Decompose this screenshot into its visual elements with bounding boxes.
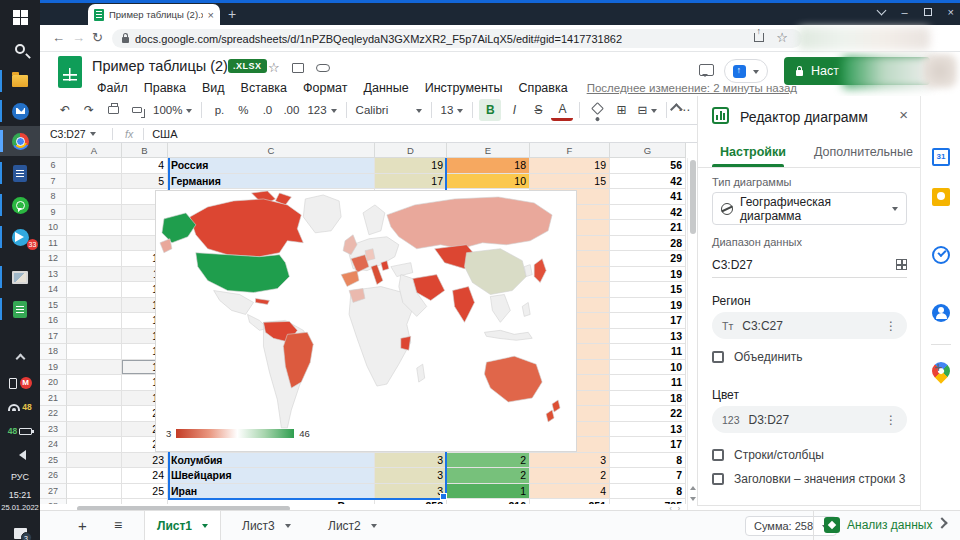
row-header-12[interactable]: 12 [40, 251, 67, 267]
cell-G9[interactable]: 42 [610, 205, 686, 221]
cell-A8[interactable] [67, 189, 122, 205]
sheet-tab-Лист1[interactable]: Лист1 [144, 511, 221, 540]
cell-G13[interactable]: 19 [610, 267, 686, 283]
merge-cells-button[interactable]: ⊟ [634, 99, 660, 121]
headers-checkbox[interactable] [712, 473, 724, 485]
cell-E27[interactable]: 1 [447, 484, 530, 500]
cell-A13[interactable] [67, 267, 122, 283]
currency-format-button[interactable]: р. [208, 99, 230, 121]
row-header-27[interactable]: 27 [40, 484, 67, 500]
cell-G26[interactable]: 7 [610, 468, 686, 484]
all-sheets-button[interactable]: ≡ [114, 517, 122, 533]
cloud-status-icon[interactable] [316, 64, 330, 72]
cell-A15[interactable] [67, 298, 122, 314]
column-header-D[interactable]: D [375, 143, 447, 158]
cell-A20[interactable] [67, 375, 122, 391]
cell-B25[interactable]: 23 [122, 453, 168, 469]
cell-E7[interactable]: 10 [447, 174, 530, 190]
row-header-18[interactable]: 18 [40, 344, 67, 360]
cell-C7[interactable]: Германия [168, 174, 375, 190]
text-color-button[interactable]: A [551, 99, 573, 121]
merge-checkbox-row[interactable]: Объединить [712, 350, 803, 364]
row-header-24[interactable]: 24 [40, 437, 67, 453]
file-explorer-button[interactable] [0, 66, 40, 96]
cell-G21[interactable]: 18 [610, 391, 686, 407]
cell-A16[interactable] [67, 313, 122, 329]
sheet-tab-caret-icon[interactable] [371, 524, 377, 531]
cell-A21[interactable] [67, 391, 122, 407]
cell-A9[interactable] [67, 205, 122, 221]
column-header-F[interactable]: F [530, 143, 610, 158]
sheet-tab-caret-icon[interactable] [202, 524, 208, 531]
cell-B6[interactable]: 4 [122, 158, 168, 174]
cell-G24[interactable]: 17 [610, 437, 686, 453]
cell-F25[interactable]: 3 [530, 453, 610, 469]
last-edit-link[interactable]: Последнее изменение: 2 минуты назад [587, 82, 797, 94]
cell-A25[interactable] [67, 453, 122, 469]
color-menu-icon[interactable]: ⋮ [885, 413, 897, 427]
font-select[interactable]: Calibri [353, 99, 425, 121]
tray-date[interactable]: 25.01.2022 [0, 500, 40, 514]
calendar-icon[interactable]: 31 [932, 148, 950, 166]
name-box[interactable]: C3:D27 [40, 128, 112, 140]
cell-F26[interactable]: 2 [530, 468, 610, 484]
cell-B26[interactable]: 24 [122, 468, 168, 484]
region-chip[interactable]: Тт C3:C27 ⋮ [712, 312, 907, 339]
star-document-icon[interactable]: ☆ [268, 60, 280, 75]
cell-A27[interactable] [67, 484, 122, 500]
cell-G22[interactable]: 22 [610, 406, 686, 422]
row-header-21[interactable]: 21 [40, 391, 67, 407]
cell-E26[interactable]: 2 [447, 468, 530, 484]
color-chip[interactable]: 123 D3:D27 ⋮ [712, 406, 907, 433]
tasks-icon[interactable] [932, 246, 950, 264]
fill-color-button[interactable] [586, 99, 608, 121]
telegram-button[interactable]: 33 [0, 222, 40, 252]
scroll-up-arrow[interactable] [688, 480, 697, 493]
cell-G8[interactable]: 41 [610, 189, 686, 205]
cell-A6[interactable] [67, 158, 122, 174]
cell-D7[interactable]: 17 [375, 174, 447, 190]
cell-A19[interactable] [67, 360, 122, 376]
add-addon-button[interactable]: + [934, 358, 943, 375]
chart-type-select[interactable]: Географическая диаграмма [712, 192, 907, 225]
menu-item-4[interactable]: Формат [296, 81, 354, 95]
explore-button[interactable]: Анализ данных [824, 517, 932, 533]
cell-C26[interactable]: Швейцария [168, 468, 375, 484]
cell-G17[interactable]: 13 [610, 329, 686, 345]
row-header-17[interactable]: 17 [40, 329, 67, 345]
cell-G6[interactable]: 56 [610, 158, 686, 174]
row-header-11[interactable]: 11 [40, 236, 67, 252]
comment-history-icon[interactable] [699, 64, 714, 76]
row-header-8[interactable]: 8 [40, 189, 67, 205]
menu-item-5[interactable]: Данные [356, 81, 415, 95]
column-header-E[interactable]: E [447, 143, 530, 158]
row-header-23[interactable]: 23 [40, 422, 67, 438]
borders-button[interactable]: ⊞ [610, 99, 632, 121]
back-button[interactable]: ← [52, 30, 65, 45]
start-button[interactable] [0, 2, 40, 32]
document-title[interactable]: Пример таблицы (2) [92, 58, 228, 74]
cell-A26[interactable] [67, 468, 122, 484]
grid-corner[interactable] [40, 143, 67, 158]
panel-close-icon[interactable]: × [899, 106, 908, 123]
number-format-button[interactable]: 123 [304, 99, 339, 121]
cell-A12[interactable] [67, 251, 122, 267]
cell-F6[interactable]: 19 [530, 158, 610, 174]
sheets-logo-icon[interactable] [58, 56, 82, 88]
cell-G23[interactable]: 13 [610, 422, 686, 438]
search-button[interactable] [0, 34, 40, 64]
menu-item-0[interactable]: Файл [90, 81, 135, 95]
row-header-16[interactable]: 16 [40, 313, 67, 329]
row-header-14[interactable]: 14 [40, 282, 67, 298]
present-button[interactable] [724, 59, 768, 83]
cell-B7[interactable]: 5 [122, 174, 168, 190]
row-header-19[interactable]: 19 [40, 360, 67, 376]
photos-app-button[interactable] [0, 262, 40, 292]
rows-cols-checkbox-row[interactable]: Строки/столбцы [712, 448, 824, 462]
cell-A14[interactable] [67, 282, 122, 298]
expand-panel-chevron-icon[interactable] [936, 517, 947, 528]
cell-D26[interactable]: 3 [375, 468, 447, 484]
column-header-C[interactable]: C [168, 143, 375, 158]
row-header-7[interactable]: 7 [40, 174, 67, 190]
cell-G20[interactable]: 11 [610, 375, 686, 391]
